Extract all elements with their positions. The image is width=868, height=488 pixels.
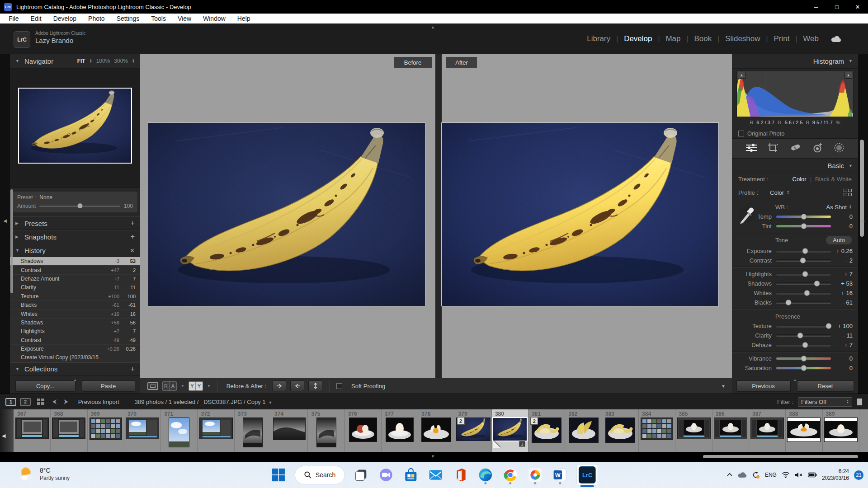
copy-after-to-before-button[interactable] (290, 380, 304, 391)
loupe-view-icon[interactable] (147, 382, 158, 390)
filmstrip-thumbnail[interactable] (712, 417, 749, 452)
histogram[interactable]: ▲ ▲ (736, 70, 854, 117)
red-eye-icon[interactable] (811, 143, 823, 155)
module-web[interactable]: Web (797, 34, 825, 43)
slider-track[interactable] (776, 292, 831, 294)
task-view-icon[interactable] (353, 465, 370, 485)
filmstrip-thumbnail[interactable] (639, 417, 675, 452)
zoom-300-option[interactable]: 300% (114, 58, 128, 64)
edge-icon[interactable] (477, 465, 494, 485)
basic-header[interactable]: Basic ▼ (732, 159, 858, 173)
crop-icon[interactable] (768, 143, 778, 155)
office-icon[interactable] (452, 465, 469, 485)
wb-select[interactable]: As Shot ▲▼ (826, 204, 852, 211)
white-balance-eyedropper-icon[interactable] (737, 204, 756, 225)
slider-highlights[interactable]: Highlights+ 7 (732, 269, 858, 279)
slider-track[interactable] (776, 357, 831, 360)
slider-whites[interactable]: Whites+ 16 (732, 288, 858, 298)
copy-before-to-after-button[interactable] (272, 380, 286, 391)
previous-photo-icon[interactable]: ⮜ (51, 398, 58, 405)
filmstrip-thumbnail[interactable] (382, 417, 418, 452)
before-after-view-icon[interactable]: YY (189, 381, 203, 391)
filter-toggle[interactable] (857, 398, 863, 406)
history-header[interactable]: ▼ History ✕ (10, 244, 140, 257)
slider-thumb[interactable] (801, 223, 807, 229)
adjust-sliders-icon[interactable] (745, 143, 757, 154)
filmstrip-scroll-left-icon[interactable]: ◀ (2, 433, 5, 439)
slider-thumb[interactable] (826, 323, 832, 329)
wifi-icon[interactable] (782, 472, 790, 478)
filmstrip-thumbnail[interactable] (198, 417, 234, 452)
module-library[interactable]: Library (581, 34, 616, 43)
slider-track[interactable] (776, 344, 831, 346)
navigator-thumbnail[interactable] (18, 88, 132, 164)
filmstrip-thumbnail[interactable] (786, 417, 822, 452)
cloud-sync-icon[interactable] (831, 35, 842, 42)
sync-icon[interactable] (752, 471, 760, 479)
filmstrip-cell-374[interactable]: 374 (271, 409, 308, 452)
language-indicator[interactable]: ENG (765, 472, 777, 478)
menu-window[interactable]: Window (197, 14, 231, 23)
after-photo[interactable] (442, 123, 718, 306)
reset-button[interactable]: Reset (797, 380, 854, 392)
filmstrip-cell-373[interactable]: 373 (235, 409, 271, 452)
filmstrip-source[interactable]: Previous Import (78, 399, 119, 405)
chevron-down-icon[interactable]: ▼ (181, 384, 184, 388)
filmstrip-cell-389[interactable]: 389 (823, 409, 859, 452)
menu-view[interactable]: View (172, 14, 197, 23)
slider-thumb[interactable] (801, 356, 807, 361)
filmstrip-thumbnail[interactable] (88, 417, 124, 452)
treatment-bw-option[interactable]: Black & White (815, 176, 852, 183)
volume-muted-icon[interactable] (795, 472, 803, 478)
module-map[interactable]: Map (660, 34, 686, 43)
slider-thumb[interactable] (802, 248, 808, 254)
filmstrip-cell-386[interactable]: 386 (712, 409, 749, 452)
filmstrip-thumbnail[interactable] (749, 417, 785, 452)
menu-edit[interactable]: Edit (25, 14, 47, 23)
menu-develop[interactable]: Develop (47, 14, 82, 23)
amount-slider-thumb[interactable] (77, 203, 82, 208)
filmstrip-status[interactable]: 389 photos / 1 selected / _DSC0387.JPG /… (135, 399, 273, 405)
presets-header[interactable]: ▶ Presets + (10, 216, 140, 230)
filmstrip-thumbnail[interactable] (418, 417, 454, 452)
profile-select[interactable]: Color ▲▼ (770, 189, 789, 196)
filmstrip-partial-cell[interactable] (0, 409, 14, 452)
bottom-panel-collapse-icon[interactable]: ▼ (431, 454, 435, 459)
filmstrip-cell-378[interactable]: 378 (418, 409, 455, 452)
filmstrip-cell-376[interactable]: 376 (345, 409, 382, 452)
heal-icon[interactable] (789, 143, 801, 154)
mask-icon[interactable] (834, 142, 844, 155)
treatment-color-option[interactable]: Color (793, 176, 807, 183)
menu-tools[interactable]: Tools (145, 14, 172, 23)
menu-photo[interactable]: Photo (82, 14, 111, 23)
filmstrip-cell-367[interactable]: 367 (14, 409, 51, 452)
slider-blacks[interactable]: Blacks- 61 (732, 298, 858, 307)
slider-thumb[interactable] (797, 333, 803, 338)
weather-widget[interactable]: 8°C Partly sunny (18, 465, 70, 483)
navigator-preview[interactable] (10, 69, 140, 188)
collapse-right-panel-icon[interactable]: ▶ (858, 218, 868, 223)
swap-before-after-button[interactable] (308, 380, 322, 391)
filmstrip-thumbnail[interactable]: 2 (455, 417, 491, 452)
profile-browser-icon[interactable] (844, 189, 852, 196)
search-pill[interactable]: Search (295, 466, 345, 484)
filmstrip-thumbnail[interactable] (308, 417, 344, 452)
filter-select[interactable]: Filters Off ▲▼ (798, 397, 852, 407)
filmstrip-scrollbar[interactable] (703, 455, 858, 458)
slider-thumb[interactable] (800, 258, 806, 263)
slider-track[interactable] (776, 273, 831, 275)
word-icon[interactable]: W (552, 465, 569, 485)
filmstrip-thumbnail[interactable] (675, 417, 712, 452)
grid-view-icon[interactable] (37, 399, 44, 405)
slider-track[interactable] (776, 334, 831, 337)
clock[interactable]: 6:24 2023/03/16 (822, 468, 849, 482)
history-row-clarity[interactable]: Clarity-11-11 (10, 283, 140, 292)
filmstrip-thumbnail[interactable] (271, 417, 307, 452)
mail-icon[interactable] (427, 465, 444, 485)
chrome-icon[interactable] (502, 465, 519, 485)
highlight-clipping-icon[interactable]: ▲ (844, 72, 852, 79)
filmstrip-thumbnail[interactable] (124, 417, 160, 452)
slider-thumb[interactable] (801, 214, 807, 220)
filmstrip-thumbnail[interactable]: 2 (528, 417, 565, 452)
filmstrip-cell-377[interactable]: 377 (382, 409, 418, 452)
